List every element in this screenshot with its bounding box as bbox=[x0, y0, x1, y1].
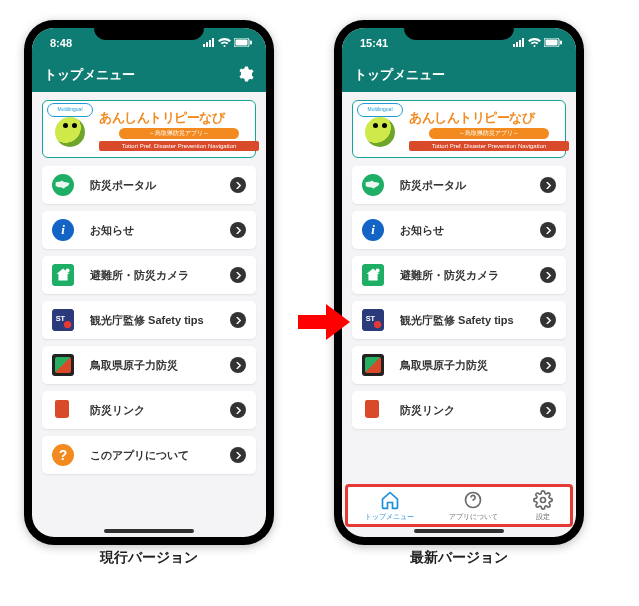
phone-current: 8:48 トップメニュー bbox=[24, 20, 274, 545]
menu-item-nuclear[interactable]: 鳥取県原子力防災 bbox=[352, 346, 566, 384]
chevron-right-icon bbox=[230, 447, 246, 463]
menu-item-news[interactable]: i お知らせ bbox=[42, 211, 256, 249]
bookmark-icon bbox=[362, 399, 384, 421]
globe-icon bbox=[52, 174, 74, 196]
about-icon: ? bbox=[52, 444, 74, 466]
svg-rect-14 bbox=[516, 42, 518, 47]
header-title: トップメニュー bbox=[354, 66, 445, 84]
tab-settings[interactable]: 設定 bbox=[533, 490, 553, 522]
chevron-right-icon bbox=[230, 357, 246, 373]
chevron-right-icon bbox=[230, 177, 246, 193]
chevron-right-icon bbox=[540, 402, 556, 418]
banner-subtitle: ～鳥取県防災アプリ～ bbox=[119, 128, 239, 139]
app-banner: Multilingual あんしんトリピーなび ～鳥取県防災アプリ～ Totto… bbox=[42, 100, 256, 158]
mascot-icon: Multilingual bbox=[359, 107, 405, 153]
menu-item-nuclear[interactable]: 鳥取県原子力防災 bbox=[42, 346, 256, 384]
menu-label: お知らせ bbox=[400, 223, 524, 238]
menu-list-current[interactable]: 防災ポータル i お知らせ 避難所・防災カメラ S bbox=[32, 166, 266, 537]
bookmark-icon bbox=[52, 399, 74, 421]
svg-rect-6 bbox=[250, 40, 252, 44]
menu-item-portal[interactable]: 防災ポータル bbox=[352, 166, 566, 204]
tab-about[interactable]: アプリについて bbox=[449, 490, 498, 522]
battery-icon bbox=[544, 38, 562, 49]
menu-item-about[interactable]: ? このアプリについて bbox=[42, 436, 256, 474]
svg-rect-15 bbox=[519, 40, 521, 47]
banner-title: あんしんトリピーなび bbox=[99, 109, 259, 127]
home-indicator[interactable] bbox=[104, 529, 194, 533]
menu-label: 観光庁監修 Safety tips bbox=[90, 313, 214, 328]
mascot-icon: Multilingual bbox=[49, 107, 95, 153]
nuclear-icon bbox=[362, 354, 384, 376]
tab-label: トップメニュー bbox=[365, 512, 414, 522]
chevron-right-icon bbox=[540, 357, 556, 373]
menu-label: 防災リンク bbox=[400, 403, 524, 418]
shelter-icon bbox=[52, 264, 74, 286]
menu-label: 防災ポータル bbox=[90, 178, 214, 193]
home-indicator[interactable] bbox=[414, 529, 504, 533]
menu-label: 防災リンク bbox=[90, 403, 214, 418]
tabbar-highlight: トップメニュー アプリについて 設定 bbox=[345, 484, 573, 527]
svg-point-25 bbox=[374, 321, 381, 328]
globe-icon bbox=[362, 174, 384, 196]
settings-button[interactable] bbox=[236, 65, 254, 86]
svg-text:ST: ST bbox=[56, 314, 66, 323]
menu-list-latest[interactable]: 防災ポータル i お知らせ 避難所・防災カメラ ST 観光庁監修 Safety … bbox=[342, 166, 576, 478]
app-header: トップメニュー bbox=[32, 58, 266, 92]
safetytips-icon: ST bbox=[52, 309, 74, 331]
caption-current: 現行バージョン bbox=[24, 549, 274, 567]
chevron-right-icon bbox=[540, 267, 556, 283]
chevron-right-icon bbox=[540, 312, 556, 328]
svg-rect-1 bbox=[206, 42, 208, 47]
signal-icon bbox=[203, 38, 215, 49]
svg-rect-19 bbox=[560, 40, 562, 44]
gear-icon bbox=[236, 71, 254, 86]
wifi-icon bbox=[218, 38, 231, 49]
phone-latest: 15:41 トップメニュー Multili bbox=[334, 20, 584, 545]
menu-label: このアプリについて bbox=[90, 448, 214, 463]
tab-top-menu[interactable]: トップメニュー bbox=[365, 490, 414, 522]
svg-point-27 bbox=[540, 498, 545, 503]
info-icon: i bbox=[52, 219, 74, 241]
svg-rect-16 bbox=[522, 38, 524, 47]
status-time: 15:41 bbox=[360, 37, 388, 49]
gear-tab-icon bbox=[533, 490, 553, 510]
menu-label: 観光庁監修 Safety tips bbox=[400, 313, 524, 328]
shelter-icon bbox=[362, 264, 384, 286]
arrow-icon bbox=[298, 304, 350, 340]
chevron-right-icon bbox=[540, 222, 556, 238]
menu-item-safetytips[interactable]: ST 観光庁監修 Safety tips bbox=[42, 301, 256, 339]
menu-item-links[interactable]: 防災リンク bbox=[352, 391, 566, 429]
chevron-right-icon bbox=[230, 222, 246, 238]
chevron-right-icon bbox=[230, 267, 246, 283]
tab-bar: トップメニュー アプリについて 設定 bbox=[348, 490, 570, 522]
svg-rect-3 bbox=[212, 38, 214, 47]
svg-rect-2 bbox=[209, 40, 211, 47]
home-icon bbox=[380, 490, 400, 510]
svg-point-22 bbox=[376, 268, 380, 272]
chevron-right-icon bbox=[230, 312, 246, 328]
battery-icon bbox=[234, 38, 252, 49]
banner-text: あんしんトリピーなび ～鳥取県防災アプリ～ Tottori Pref. Disa… bbox=[99, 109, 259, 151]
menu-item-shelter[interactable]: 避難所・防災カメラ bbox=[352, 256, 566, 294]
wifi-icon bbox=[528, 38, 541, 49]
menu-item-news[interactable]: i お知らせ bbox=[352, 211, 566, 249]
tab-label: アプリについて bbox=[449, 512, 498, 522]
menu-label: 防災ポータル bbox=[400, 178, 524, 193]
header-title: トップメニュー bbox=[44, 66, 135, 84]
signal-icon bbox=[513, 38, 525, 49]
menu-label: 鳥取県原子力防災 bbox=[90, 358, 214, 373]
banner-en: Tottori Pref. Disaster Prevention Naviga… bbox=[409, 141, 569, 151]
menu-label: お知らせ bbox=[90, 223, 214, 238]
safetytips-icon: ST bbox=[362, 309, 384, 331]
menu-item-shelter[interactable]: 避難所・防災カメラ bbox=[42, 256, 256, 294]
banner-subtitle: ～鳥取県防災アプリ～ bbox=[429, 128, 549, 139]
screen-latest: 15:41 トップメニュー Multili bbox=[342, 28, 576, 537]
svg-rect-0 bbox=[203, 44, 205, 47]
app-header: トップメニュー bbox=[342, 58, 576, 92]
menu-item-links[interactable]: 防災リンク bbox=[42, 391, 256, 429]
tab-label: 設定 bbox=[536, 512, 550, 522]
chevron-right-icon bbox=[230, 402, 246, 418]
menu-item-safetytips[interactable]: ST 観光庁監修 Safety tips bbox=[352, 301, 566, 339]
menu-item-portal[interactable]: 防災ポータル bbox=[42, 166, 256, 204]
nuclear-icon bbox=[52, 354, 74, 376]
